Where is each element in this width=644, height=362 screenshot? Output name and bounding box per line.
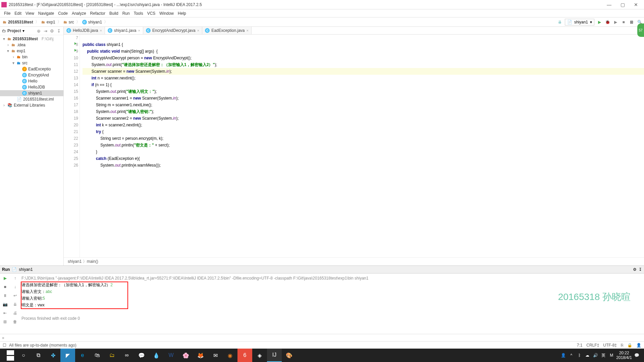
tree-src[interactable]: ▾🖿src — [0, 60, 63, 66]
mail-icon[interactable]: ✉ — [208, 349, 223, 362]
tree-root[interactable]: ▾🖿20165318test F:\Git\j — [0, 36, 63, 42]
coverage-button[interactable]: ▶ — [612, 19, 619, 25]
app-icon[interactable]: ◉ — [223, 349, 237, 362]
close-icon[interactable]: × — [197, 28, 199, 33]
menu-navigate[interactable]: Navigate — [36, 10, 56, 16]
taskview-icon[interactable]: ⧉ — [31, 349, 46, 362]
people-icon[interactable]: 👤 — [560, 353, 567, 358]
app-icon[interactable]: 🌸 — [178, 349, 193, 362]
tree-eadexception[interactable]: ⚡EadExceptio — [0, 66, 63, 72]
camera-icon[interactable]: 📷 — [2, 301, 8, 308]
minimize-button[interactable]: — — [602, 0, 616, 9]
inspect-icon[interactable]: 👤 — [636, 343, 641, 348]
start-button[interactable] — [1, 349, 16, 362]
menu-file[interactable]: File — [2, 10, 12, 16]
print-icon[interactable]: 🖨 — [12, 310, 18, 316]
stop-button[interactable]: ■ — [621, 19, 627, 25]
app-icon[interactable]: ◈ — [252, 349, 267, 362]
scope-badge[interactable]: 57 — [637, 23, 644, 37]
code-editor[interactable]: 7891011121314151617181920212223242526 pu… — [64, 35, 644, 257]
explorer-icon[interactable]: 🗂 — [105, 349, 119, 362]
debug-button[interactable]: 🐞 — [604, 19, 610, 25]
menu-edit[interactable]: Edit — [12, 10, 23, 16]
menu-help[interactable]: Help — [176, 10, 188, 16]
tab-hellojdb[interactable]: CHelloJDB.java× — [64, 27, 105, 34]
chevron-down-icon[interactable]: ▾ — [22, 28, 24, 33]
tree-iml[interactable]: 📄20165318test.iml — [0, 96, 63, 102]
run-config-combo[interactable]: 📄shiyan1▾ — [565, 19, 594, 25]
stop-run-button[interactable]: ■ — [2, 284, 8, 290]
notification-icon[interactable]: 💬 — [633, 353, 640, 358]
tree-bin[interactable]: ›🖿bin — [0, 54, 63, 60]
app-icon[interactable]: 💧 — [149, 349, 164, 362]
menu-vcs[interactable]: VCS — [145, 10, 158, 16]
scroll-icon[interactable]: ⇊ — [12, 301, 18, 308]
vcs-update-icon[interactable]: ⇊ — [557, 19, 563, 25]
maximize-button[interactable]: ▢ — [616, 0, 629, 9]
caret-position[interactable]: 7:1 — [577, 343, 583, 348]
more-tool-windows[interactable]: » — [2, 336, 4, 340]
paint-icon[interactable]: 🎨 — [282, 349, 297, 362]
run-button[interactable]: ▶ — [596, 19, 602, 25]
onedrive-icon[interactable]: ☁ — [584, 353, 591, 358]
bluetooth-icon[interactable]: ᛒ — [576, 353, 583, 358]
firefox-icon[interactable]: 🦊 — [193, 349, 208, 362]
close-button[interactable]: ✕ — [629, 0, 643, 9]
menu-tools[interactable]: Tools — [132, 10, 145, 16]
project-panel-title[interactable]: Project — [7, 28, 21, 33]
app-icon[interactable]: ✤ — [46, 349, 60, 362]
console-output[interactable]: F:\JDK1.9\bin\java "-javaagent:F:\IDEA\I… — [20, 274, 644, 334]
down-icon[interactable]: ↓ — [12, 284, 18, 290]
rerun-button[interactable]: ▶ — [2, 275, 8, 282]
close-icon[interactable]: × — [247, 28, 249, 33]
store-icon[interactable]: 🛍 — [90, 349, 105, 362]
menu-analyze[interactable]: Analyze — [70, 10, 88, 16]
app-icon[interactable]: 6 — [237, 349, 252, 362]
gear-icon[interactable]: ⚙ — [49, 28, 55, 34]
line-sep[interactable]: CRLF‡ — [586, 343, 599, 348]
trash-icon[interactable]: 🗑 — [12, 318, 18, 325]
app-icon[interactable]: ◤ — [60, 349, 75, 362]
target-icon[interactable]: ⊕ — [36, 28, 41, 34]
run-tab-label[interactable]: Run — [2, 267, 10, 272]
ime-lang[interactable]: 英 — [600, 353, 607, 358]
word-icon[interactable]: W — [164, 349, 178, 362]
exit-icon[interactable]: ⇤ — [2, 310, 8, 316]
lock-icon[interactable]: 🔒 — [627, 343, 632, 348]
hide-icon[interactable]: ↧ — [56, 28, 61, 34]
tree-hello[interactable]: CHello — [0, 78, 63, 84]
menu-refactor[interactable]: Refactor — [88, 10, 107, 16]
pause-button[interactable]: ⏸ — [2, 292, 8, 299]
menu-code[interactable]: Code — [56, 10, 70, 16]
intellij-icon[interactable]: IJ — [267, 349, 282, 362]
clock[interactable]: 20:222018/4/1 — [616, 351, 632, 360]
encoding[interactable]: UTF-8‡ — [603, 343, 617, 348]
close-icon[interactable]: × — [138, 28, 140, 33]
menu-run[interactable]: Run — [120, 10, 132, 16]
breadcrumb-trail[interactable]: shiyan1 〉main() — [64, 257, 644, 265]
project-structure-icon[interactable]: ⊞ — [629, 19, 635, 25]
tab-encryptanddecrypt[interactable]: CEncryptAndDecrypt.java× — [143, 27, 202, 34]
gear-icon[interactable]: ⚙ — [633, 267, 637, 272]
tab-eadexception[interactable]: CEadException.java× — [202, 27, 252, 34]
tree-external-libs[interactable]: ›📚External Libraries — [0, 102, 63, 108]
edge-icon[interactable]: e — [75, 349, 90, 362]
tree-idea[interactable]: ›🖿.idea — [0, 42, 63, 48]
volume-icon[interactable]: 🔊 — [592, 353, 599, 358]
up-icon[interactable]: ↑ — [12, 275, 18, 282]
wrap-icon[interactable]: ↩ — [12, 292, 18, 299]
cortana-icon[interactable]: ○ — [16, 349, 31, 362]
tree-hellojdb[interactable]: CHelloJDB — [0, 84, 63, 90]
tab-shiyan1[interactable]: Cshiyan1.java× — [105, 27, 143, 34]
tree-encryptand[interactable]: CEncryptAnd — [0, 72, 63, 78]
ime-mode[interactable]: M — [608, 353, 615, 358]
tree-exp1[interactable]: ▾🖿exp1 — [0, 48, 63, 54]
layout-icon[interactable]: ⊞ — [2, 318, 8, 325]
hide-icon[interactable]: ↧ — [639, 267, 642, 272]
collapse-icon[interactable]: ⇥ — [43, 28, 48, 34]
tree-shiyan1[interactable]: Cshiyan1 — [0, 90, 63, 96]
wechat-icon[interactable]: 💬 — [134, 349, 149, 362]
git-branch-icon[interactable]: ⎘ — [621, 343, 623, 348]
close-icon[interactable]: × — [100, 28, 102, 33]
menu-window[interactable]: Window — [157, 10, 176, 16]
